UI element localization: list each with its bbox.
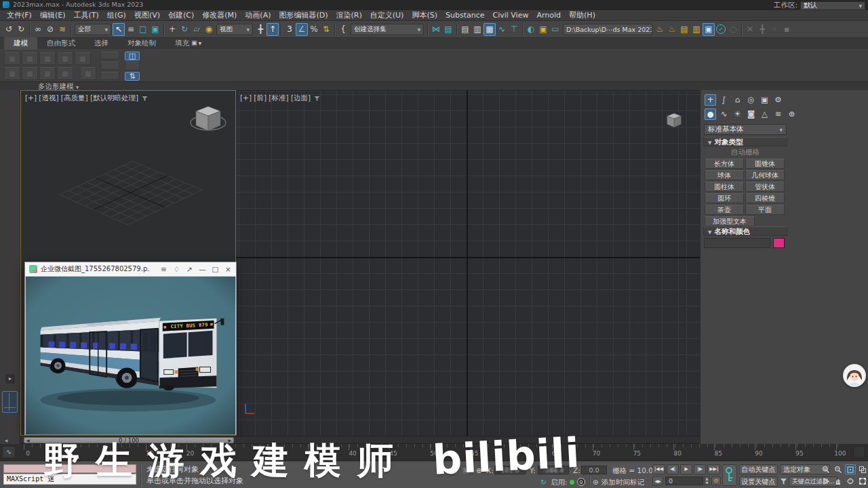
image-viewer-titlebar[interactable]: 企业微信截图_1755267802579.p... ≡♢↗—□×: [25, 262, 236, 277]
systems-category-icon[interactable]: ⊛: [786, 108, 797, 120]
snaps-toggle-icon[interactable]: 3▼: [283, 23, 296, 36]
refresh-icon[interactable]: ↻: [540, 478, 547, 486]
schematic-view-icon[interactable]: ⊤▼: [508, 23, 520, 36]
named-sets-icon[interactable]: {▼: [337, 23, 349, 36]
scene-explorer-icon[interactable]: ▤▼: [459, 23, 471, 36]
ribbon-tool-button[interactable]: ▦: [39, 52, 56, 65]
menu-item[interactable]: 工具(T): [69, 10, 102, 20]
mirror-icon[interactable]: ⋈▼: [430, 23, 442, 36]
ribbon-tab[interactable]: 对象绘制: [118, 37, 165, 49]
mini-curve-editor-icon[interactable]: ∿: [2, 446, 16, 458]
menu-item[interactable]: 脚本(S): [408, 10, 441, 20]
menu-item[interactable]: 自定义(U): [366, 10, 408, 20]
pan-hand-icon[interactable]: [833, 476, 844, 486]
object-color-swatch[interactable]: [773, 238, 785, 248]
streamer-avatar[interactable]: [843, 364, 866, 387]
select-scale-icon[interactable]: ▱▼: [191, 23, 203, 36]
create-tab-icon[interactable]: +: [705, 94, 716, 106]
spacewarps-category-icon[interactable]: ≋: [772, 108, 784, 120]
rollout-name-color[interactable]: ▼名称和颜色: [703, 226, 787, 236]
disabled-add-icon[interactable]: ╋▼: [756, 23, 768, 36]
render-frame-window-icon[interactable]: ▣▼: [703, 23, 715, 36]
maximize-icon[interactable]: □: [209, 262, 222, 277]
cameras-category-icon[interactable]: ◙: [745, 108, 757, 120]
rect-region-icon[interactable]: □▼: [137, 23, 149, 36]
shapes-category-icon[interactable]: ∿: [718, 108, 730, 120]
text-plus-button[interactable]: 加强型文本: [705, 216, 755, 226]
select-move-icon[interactable]: +▼: [166, 23, 178, 36]
render-iterative-icon[interactable]: ♨▼: [666, 23, 678, 36]
undo-icon[interactable]: ↺▼: [3, 23, 15, 36]
ribbon-overflow-icon[interactable]: ▣▼: [191, 39, 201, 46]
angle-snap-icon[interactable]: ∠▼: [296, 23, 308, 36]
menu-item[interactable]: 编辑(E): [36, 10, 70, 20]
add-time-tag-icon[interactable]: ⊕: [593, 478, 599, 486]
menu-item[interactable]: 图形编辑器(D): [275, 10, 332, 20]
ribbon-tool-button[interactable]: ▦: [80, 67, 96, 80]
orbit-icon[interactable]: [845, 476, 856, 486]
select-link-icon[interactable]: ∞▼: [32, 23, 44, 36]
menu-item[interactable]: 组(G): [103, 10, 130, 20]
prev-frame-arrow-icon[interactable]: ◀: [26, 438, 30, 443]
render-cloud-icon[interactable]: ▥▼: [690, 23, 703, 36]
render-sequence-icon[interactable]: ▤▼: [678, 23, 690, 36]
menu-item[interactable]: 帮助(H): [565, 10, 599, 20]
select-object-icon[interactable]: ↖▼: [113, 23, 125, 36]
autogrid-checkbox[interactable]: 自动栅格: [703, 148, 787, 157]
play-button[interactable]: ▶: [680, 464, 692, 474]
helpers-category-icon[interactable]: △: [759, 108, 770, 120]
go-end-button[interactable]: ▶▶|: [707, 464, 720, 474]
set-key-settings-icon[interactable]: ⚙: [711, 476, 721, 485]
motion-tab-icon[interactable]: ◎: [745, 94, 757, 106]
ribbon-stack-button[interactable]: [100, 62, 119, 70]
use-pivot-center-icon[interactable]: ╋▼: [254, 23, 267, 36]
menu-item[interactable]: 动画(A): [241, 10, 275, 20]
add-time-tag-label[interactable]: 添加时间标记: [601, 478, 644, 487]
separator[interactable]: ▼: [161, 24, 166, 35]
frame-spinner[interactable]: ▲▼: [704, 476, 710, 485]
close-icon[interactable]: ×: [222, 262, 235, 277]
select-by-name-icon[interactable]: ≡▼: [125, 23, 137, 36]
image-viewer-window[interactable]: 企业微信截图_1755267802579.p... ≡♢↗—□×: [24, 262, 237, 435]
geometry-category-icon[interactable]: ●: [705, 108, 716, 120]
disabled-dot-icon[interactable]: ◦▼: [768, 23, 781, 36]
separator[interactable]: ▼: [68, 24, 73, 35]
render-region-icon[interactable]: ◌▼: [727, 23, 739, 36]
maximize-viewport-icon[interactable]: [857, 476, 868, 486]
ribbon-toggle-icon[interactable]: ▦▼: [484, 23, 496, 36]
bind-spacewarp-icon[interactable]: ≋▼: [56, 23, 68, 36]
ribbon-toggle-active-button[interactable]: ⇅: [125, 72, 140, 81]
menu-icon[interactable]: ≡: [157, 262, 170, 277]
spinner-snap-icon[interactable]: ⇅▼: [320, 23, 332, 36]
separator[interactable]: ▼: [332, 24, 337, 35]
lights-category-icon[interactable]: ☀: [732, 108, 743, 120]
viewport-label[interactable]: [+] [前] [标准] [边面]: [240, 94, 320, 103]
zoom-region-icon[interactable]: [821, 476, 831, 486]
ribbon-tool-button[interactable]: ▦: [4, 67, 20, 80]
utilities-tab-icon[interactable]: ⚙: [772, 94, 784, 106]
modify-tab-icon[interactable]: ∫: [718, 94, 730, 106]
render-setup-icon[interactable]: ▣▼: [537, 23, 549, 36]
viewcube[interactable]: [663, 110, 685, 131]
ribbon-tool-button[interactable]: ▦: [4, 52, 20, 65]
time-slider-prev-icon[interactable]: ◀: [3, 437, 9, 443]
track-bar-end-button[interactable]: [853, 446, 865, 458]
primitive-button[interactable]: 平面: [745, 205, 785, 215]
menu-item[interactable]: 渲染(R): [332, 10, 366, 20]
viewcube[interactable]: [189, 100, 227, 138]
select-place-icon[interactable]: ◉▼: [203, 23, 215, 36]
primitive-button[interactable]: 圆柱体: [705, 182, 744, 192]
ribbon-tool-button[interactable]: ▦: [39, 67, 56, 80]
render-production-icon[interactable]: ♨▼: [654, 23, 666, 36]
primitive-button[interactable]: 茶壶: [705, 205, 744, 215]
align-icon[interactable]: ▤▼: [442, 23, 454, 36]
ribbon-tool-button[interactable]: ▦: [75, 52, 91, 65]
set-key-button[interactable]: 设置关键点: [739, 476, 778, 487]
redo-icon[interactable]: ↻▼: [15, 23, 27, 36]
set-keys-button[interactable]: [722, 464, 737, 486]
primitive-button[interactable]: 圆锥体: [745, 159, 785, 169]
go-start-button[interactable]: |◀◀: [652, 464, 665, 474]
menu-item[interactable]: 视图(V): [130, 10, 164, 20]
filter-funnel-icon[interactable]: [314, 96, 320, 102]
hierarchy-tab-icon[interactable]: ⌂: [732, 94, 743, 106]
